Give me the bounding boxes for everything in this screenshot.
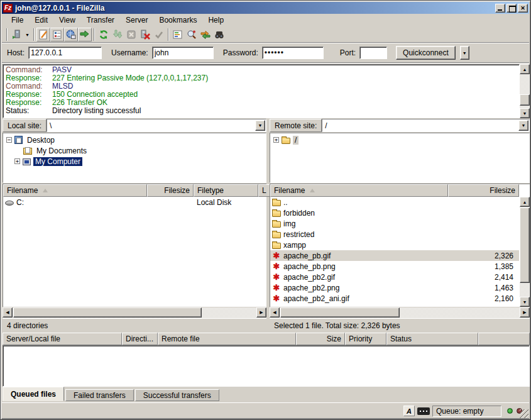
tab-failed-transfers[interactable]: Failed transfers	[65, 389, 134, 401]
disconnect-icon[interactable]	[138, 28, 152, 41]
message-log-body[interactable]: Command:PASV Response:227 Entering Passi…	[3, 64, 520, 118]
scroll-right-icon[interactable]: ▶	[256, 307, 266, 318]
scroll-up-icon[interactable]: ▲	[520, 64, 530, 74]
titlebar[interactable]: Fz john@127.0.0.1 - FileZilla	[2, 2, 529, 14]
queue-body[interactable]	[3, 345, 530, 387]
close-button[interactable]	[518, 4, 528, 13]
menu-transfer[interactable]: Transfer	[81, 14, 120, 26]
column-filetype[interactable]: Filetype	[194, 184, 258, 197]
toggle-remote-tree-icon[interactable]	[64, 28, 78, 41]
column-filename[interactable]: Filename	[270, 184, 448, 197]
password-input[interactable]	[262, 47, 324, 59]
remote-status-text: Selected 1 file. Total size: 2,326 bytes	[270, 318, 530, 333]
tree-item-my-computer[interactable]: My Computer	[3, 156, 266, 167]
scrollbar-thumb[interactable]	[13, 307, 202, 318]
expand-icon[interactable]	[14, 158, 20, 164]
remote-file-row[interactable]: ..	[270, 197, 519, 207]
site-manager-dropdown-icon[interactable]: ▼	[23, 28, 31, 41]
cancel-operation-icon[interactable]	[124, 28, 138, 41]
menu-server[interactable]: Server	[120, 14, 153, 26]
tree-item-my-documents[interactable]: My Documents	[3, 145, 266, 156]
quickconnect-bar: Host: Username: Password: Port: Quickcon…	[2, 43, 529, 63]
remote-file-row[interactable]: xampp	[270, 240, 519, 250]
directory-comparison-icon[interactable]	[185, 28, 199, 41]
find-files-icon[interactable]	[212, 28, 226, 41]
resize-grip[interactable]	[520, 409, 528, 418]
column-last-modified[interactable]: L	[258, 184, 270, 197]
column-filesize[interactable]: Filesize	[147, 184, 194, 197]
local-file-row[interactable]: C: Local Disk	[3, 197, 266, 207]
process-queue-icon[interactable]	[111, 28, 124, 41]
scroll-up-icon[interactable]: ▲	[520, 197, 530, 207]
remote-site-label: Remote site:	[270, 119, 322, 132]
site-manager-icon[interactable]	[9, 28, 23, 41]
filename-filters-icon[interactable]	[171, 28, 185, 41]
combo-dropdown-icon[interactable]: ▼	[518, 120, 528, 131]
reconnect-icon[interactable]	[152, 28, 166, 41]
speedlimit-icon[interactable]	[417, 407, 430, 415]
port-input[interactable]	[359, 47, 387, 59]
column-size[interactable]: Size	[296, 333, 345, 345]
scroll-down-icon[interactable]: ▼	[520, 297, 530, 307]
column-filesize[interactable]: Filesize	[448, 184, 519, 197]
menu-view[interactable]: View	[53, 14, 81, 26]
local-site-combobox[interactable]: \ ▼	[47, 119, 266, 132]
toggle-transfer-queue-icon[interactable]	[78, 28, 92, 41]
remote-file-row[interactable]: ✱apache_pb2.png1,463	[270, 282, 519, 293]
column-priority[interactable]: Priority	[345, 333, 386, 345]
local-hscrollbar[interactable]: ◀ ▶	[3, 307, 266, 318]
menu-edit[interactable]: Edit	[29, 14, 53, 26]
tree-item-root[interactable]: /	[270, 135, 529, 145]
remote-site-combobox[interactable]: / ▼	[322, 119, 530, 132]
column-status[interactable]: Status	[386, 333, 478, 345]
toggle-message-log-icon[interactable]	[36, 28, 50, 41]
remote-file-row[interactable]: ✱apache_pb.png1,385	[270, 261, 519, 272]
column-direction[interactable]: Directi...	[122, 333, 158, 345]
toggle-local-tree-icon[interactable]	[50, 28, 64, 41]
scrollbar-thumb[interactable]	[520, 207, 530, 283]
menu-bookmarks[interactable]: Bookmarks	[153, 14, 202, 26]
quickconnect-dropdown-icon[interactable]: ▼	[460, 46, 469, 60]
collapse-icon[interactable]	[6, 137, 12, 143]
column-empty[interactable]	[478, 333, 530, 345]
username-input[interactable]	[152, 47, 214, 59]
remote-file-row[interactable]: restricted	[270, 229, 519, 240]
remote-file-row-selected[interactable]: ✱apache_pb.gif2,326	[270, 250, 519, 261]
remote-hscrollbar[interactable]: ◀ ▶	[270, 307, 530, 318]
scroll-left-icon[interactable]: ◀	[3, 307, 13, 318]
remote-file-row[interactable]: ✱apache_pb2.gif2,414	[270, 272, 519, 282]
expand-icon[interactable]	[273, 137, 279, 143]
minimize-button[interactable]	[495, 4, 505, 13]
tab-successful-transfers[interactable]: Successful transfers	[135, 389, 219, 401]
column-filename[interactable]: Filename	[3, 184, 147, 197]
queue-tabs: Queued files Failed transfers Successful…	[3, 387, 219, 401]
remote-file-row[interactable]: forbidden	[270, 207, 519, 218]
apache-feather-icon: ✱	[272, 251, 281, 260]
column-remote-file[interactable]: Remote file	[158, 333, 296, 345]
folder-icon	[272, 232, 281, 238]
tree-item-desktop[interactable]: Desktop	[3, 135, 266, 145]
local-tree[interactable]: Desktop My Documents My Computer	[3, 133, 266, 183]
menu-file[interactable]: File	[6, 14, 29, 26]
scrollbar-thumb[interactable]	[280, 307, 400, 318]
scrollbar-thumb[interactable]	[520, 94, 530, 106]
quickconnect-button[interactable]: Quickconnect	[396, 46, 456, 60]
datatype-ascii-icon[interactable]: A	[403, 406, 415, 416]
menu-help[interactable]: Help	[202, 14, 229, 26]
host-input[interactable]	[28, 47, 102, 59]
tab-queued-files[interactable]: Queued files	[3, 387, 64, 401]
remote-vscrollbar[interactable]: ▲ ▼	[520, 197, 530, 307]
combo-dropdown-icon[interactable]: ▼	[255, 120, 265, 131]
refresh-icon[interactable]	[97, 28, 111, 41]
log-scrollbar[interactable]: ▲ ▼	[520, 64, 530, 118]
username-label: Username:	[111, 48, 148, 57]
remote-tree[interactable]: /	[270, 133, 530, 183]
column-server-local-file[interactable]: Server/Local file	[3, 333, 122, 345]
synchronized-browsing-icon[interactable]	[199, 28, 212, 41]
maximize-button[interactable]	[506, 4, 517, 13]
scroll-down-icon[interactable]: ▼	[520, 108, 530, 118]
remote-file-row[interactable]: img	[270, 218, 519, 229]
scroll-left-icon[interactable]: ◀	[270, 307, 280, 318]
remote-file-row[interactable]: ✱apache_pb2_ani.gif2,160	[270, 293, 519, 304]
scroll-right-icon[interactable]: ▶	[520, 307, 530, 318]
